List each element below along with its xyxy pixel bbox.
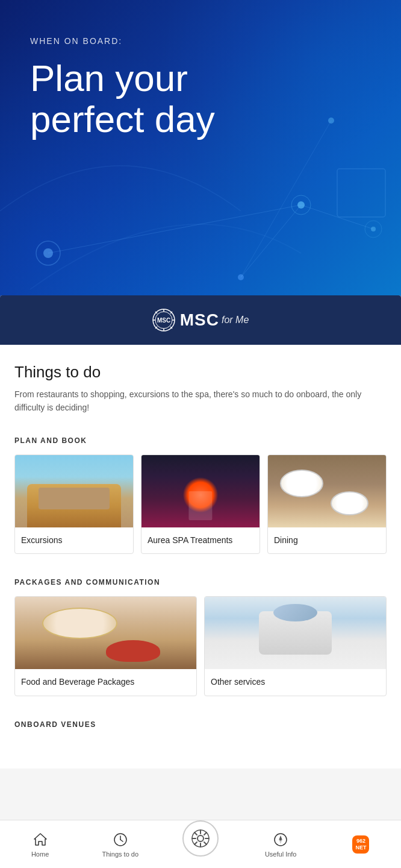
msc-brand-name: MSC xyxy=(180,310,219,330)
nav-home[interactable]: Home xyxy=(0,831,80,858)
excursions-image xyxy=(15,455,133,527)
nav-helm[interactable] xyxy=(160,832,240,857)
svg-point-4 xyxy=(238,274,244,280)
compass-icon xyxy=(272,831,289,848)
hero-label: WHEN ON BOARD: xyxy=(30,36,371,46)
svg-rect-12 xyxy=(337,169,385,217)
msc-logo: MSC MSC for Me xyxy=(152,309,249,332)
spa-card[interactable]: Aurea SPA Treatments xyxy=(141,454,260,555)
other-services-label: Other services xyxy=(205,669,386,696)
dining-label: Dining xyxy=(268,527,386,554)
main-card: MSC MSC for Me Things to do From restaur… xyxy=(0,295,401,868)
hero-title: Plan your perfect day xyxy=(30,58,371,140)
food-bev-card[interactable]: Food and Beverage Packages xyxy=(14,596,197,696)
dining-image xyxy=(268,455,386,527)
svg-point-40 xyxy=(280,838,282,840)
helm-icon xyxy=(190,828,211,849)
spa-label: Aurea SPA Treatments xyxy=(141,527,260,554)
bottom-nav: Home Things to do xyxy=(0,820,401,868)
food-bev-label: Food and Beverage Packages xyxy=(15,669,196,696)
svg-text:MSC: MSC xyxy=(157,317,170,324)
excursions-card[interactable]: Excursions xyxy=(14,454,134,555)
clock-icon xyxy=(112,831,129,848)
things-to-do-heading: Things to do xyxy=(14,363,387,382)
packages-label: PACKAGES AND COMMUNICATION xyxy=(14,573,387,587)
onboard-section: ONBOARD VENUES xyxy=(14,715,387,750)
onboard-label: ONBOARD VENUES xyxy=(14,715,387,729)
svg-line-35 xyxy=(204,832,207,835)
svg-point-3 xyxy=(291,195,311,215)
things-to-do-desc: From restaurants to shopping, excursions… xyxy=(14,388,387,415)
svg-line-26 xyxy=(120,840,123,841)
nav-useful-info[interactable]: Useful Info xyxy=(241,831,321,858)
other-services-card[interactable]: Other services xyxy=(204,596,387,696)
dining-card[interactable]: Dining xyxy=(267,454,387,555)
svg-point-27 xyxy=(197,835,204,841)
useful-info-nav-label: Useful Info xyxy=(265,851,297,858)
hero-section: WHEN ON BOARD: Plan your perfect day xyxy=(0,0,401,313)
other-services-image xyxy=(205,597,386,669)
msc-logo-icon: MSC xyxy=(152,309,175,332)
svg-line-11 xyxy=(241,121,331,277)
svg-point-1 xyxy=(36,241,60,265)
svg-line-34 xyxy=(204,842,207,844)
svg-line-8 xyxy=(48,205,301,253)
msc-brand-tagline: for Me xyxy=(222,315,249,326)
excursions-label: Excursions xyxy=(15,527,133,554)
home-nav-label: Home xyxy=(31,851,49,858)
home-icon xyxy=(32,831,49,848)
spa-image xyxy=(141,455,260,527)
things-nav-label: Things to do xyxy=(102,851,139,858)
svg-point-7 xyxy=(365,221,382,237)
helm-button[interactable] xyxy=(182,820,219,857)
plan-book-label: PLAN AND BOOK xyxy=(14,432,387,445)
svg-line-9 xyxy=(301,205,373,229)
plan-book-grid: Excursions Aurea SPA Treatments Dining xyxy=(14,454,387,555)
content-area: Things to do From restaurants to shoppin… xyxy=(0,345,401,769)
svg-point-6 xyxy=(371,227,376,231)
svg-line-36 xyxy=(194,842,197,844)
watermark-badge: 962NET xyxy=(352,836,369,853)
svg-line-33 xyxy=(194,832,197,835)
msc-brand-bar: MSC MSC for Me xyxy=(0,295,401,345)
nav-watermark-area: 962NET xyxy=(321,836,401,853)
svg-point-2 xyxy=(297,201,305,209)
food-bev-image xyxy=(15,597,196,669)
svg-point-0 xyxy=(43,248,53,258)
nav-things-to-do[interactable]: Things to do xyxy=(80,831,160,858)
svg-line-10 xyxy=(241,205,301,277)
packages-grid: Food and Beverage Packages Other service… xyxy=(14,596,387,696)
